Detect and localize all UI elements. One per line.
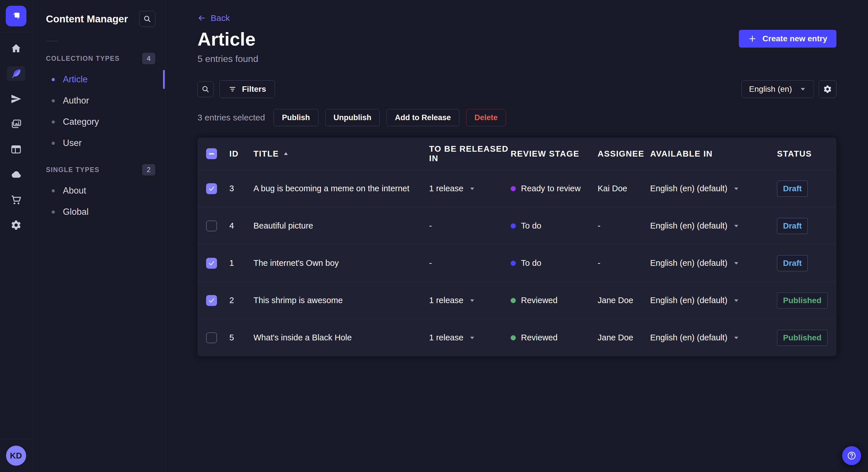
images-icon <box>10 119 22 130</box>
cell-title: The internet's Own boy <box>253 258 429 268</box>
sidebar-item-label: About <box>63 186 86 196</box>
column-label: REVIEW STAGE <box>510 149 579 159</box>
chevron-down-icon <box>733 186 739 192</box>
cell-assignee: - <box>598 258 650 268</box>
table-row[interactable]: 5 What's inside a Black Hole 1 release R… <box>197 319 836 356</box>
cell-locale[interactable]: English (en) (default) <box>650 221 777 231</box>
bulk-actions: PublishUnpublishAdd to ReleaseDelete <box>274 109 506 126</box>
cell-status: Published <box>777 330 836 346</box>
bullet-icon <box>52 99 55 102</box>
row-checkbox[interactable] <box>206 183 217 194</box>
cell-release[interactable]: 1 release <box>429 296 510 305</box>
cell-release[interactable]: - <box>429 258 510 268</box>
row-checkbox[interactable] <box>206 258 217 269</box>
unpublish-button[interactable]: Unpublish <box>325 109 380 126</box>
locale-select[interactable]: English (en) <box>741 80 814 98</box>
column-label: TITLE <box>253 149 279 159</box>
column-header-assignee[interactable]: ASSIGNEE <box>598 149 650 159</box>
sidebar: Content Manager COLLECTION TYPES 4 Artic… <box>32 0 166 472</box>
column-header-available-in[interactable]: AVAILABLE IN <box>650 149 777 159</box>
create-new-entry-button[interactable]: Create new entry <box>739 30 836 47</box>
cell-locale[interactable]: English (en) (default) <box>650 184 777 193</box>
select-all-checkbox[interactable] <box>206 148 217 159</box>
single-types-count: 2 <box>142 164 155 175</box>
row-checkbox[interactable] <box>206 332 217 343</box>
rail-item-media-library[interactable] <box>7 117 25 132</box>
cell-locale[interactable]: English (en) (default) <box>650 296 777 305</box>
chevron-down-icon <box>469 297 475 304</box>
sidebar-item-category[interactable]: Category <box>46 111 155 133</box>
chevron-down-icon <box>733 335 739 341</box>
collection-types-count: 4 <box>142 53 155 64</box>
table-row[interactable]: 4 Beautiful picture - To do - English (e… <box>197 207 836 244</box>
check-icon <box>208 260 215 267</box>
page-title: Article <box>197 30 255 48</box>
cell-id: 3 <box>229 184 253 193</box>
back-link[interactable]: Back <box>197 13 230 23</box>
table-row[interactable]: 1 The internet's Own boy - To do - Engli… <box>197 244 836 281</box>
cell-locale[interactable]: English (en) (default) <box>650 258 777 268</box>
search-entries-button[interactable] <box>197 81 214 97</box>
column-header-review-stage[interactable]: REVIEW STAGE <box>510 149 598 159</box>
search-icon <box>201 85 210 94</box>
column-label: AVAILABLE IN <box>650 149 713 159</box>
cell-release[interactable]: - <box>429 221 510 231</box>
chevron-down-icon <box>469 335 475 341</box>
bullet-icon <box>52 142 55 145</box>
sidebar-title: Content Manager <box>46 13 128 25</box>
table-body: 3 A bug is becoming a meme on the intern… <box>197 170 836 356</box>
strapi-logo[interactable] <box>6 6 26 26</box>
column-label: STATUS <box>777 149 812 159</box>
main-content: Back Article Create new entry 5 entries … <box>166 0 868 472</box>
row-checkbox[interactable] <box>206 295 217 306</box>
cell-review-stage: Ready to review <box>510 184 598 193</box>
sidebar-divider <box>46 41 59 41</box>
publish-button[interactable]: Publish <box>274 109 318 126</box>
filter-icon <box>228 85 237 94</box>
rail-item-marketplace[interactable] <box>7 193 25 207</box>
avatar[interactable]: KD <box>6 446 26 466</box>
icon-rail: KD <box>0 0 32 472</box>
paper-plane-icon <box>10 93 22 105</box>
delete-button[interactable]: Delete <box>466 109 506 126</box>
sidebar-item-label: Author <box>63 96 89 106</box>
cell-title: What's inside a Black Hole <box>253 333 429 342</box>
bullet-icon <box>52 78 55 81</box>
cell-review-stage: Reviewed <box>510 333 598 342</box>
column-header-to-be-released-in[interactable]: TO BE RELEASED IN <box>429 144 510 163</box>
cell-locale[interactable]: English (en) (default) <box>650 333 777 342</box>
rail-item-content-type-builder[interactable] <box>7 142 25 157</box>
sidebar-item-about[interactable]: About <box>46 180 155 201</box>
rail-item-content-manager[interactable] <box>7 66 25 81</box>
cell-status: Draft <box>777 255 836 271</box>
rail-item-settings[interactable] <box>7 217 25 233</box>
table-row[interactable]: 3 A bug is becoming a meme on the intern… <box>197 170 836 207</box>
cell-title: This shrimp is awesome <box>253 296 429 305</box>
sidebar-item-user[interactable]: User <box>46 133 155 154</box>
table-row[interactable]: 2 This shrimp is awesome 1 release Revie… <box>197 281 836 319</box>
add-to-release-button[interactable]: Add to Release <box>386 109 459 126</box>
rail-item-deploy[interactable] <box>7 167 25 182</box>
rail-item-releases[interactable] <box>7 92 25 106</box>
column-header-title[interactable]: TITLE <box>253 149 429 159</box>
question-icon <box>846 450 857 461</box>
help-button[interactable] <box>842 446 861 465</box>
cell-release[interactable]: 1 release <box>429 184 510 193</box>
cell-assignee: - <box>598 221 650 231</box>
cell-id: 2 <box>229 296 253 305</box>
sidebar-search-button[interactable] <box>139 11 155 27</box>
stage-dot-icon <box>510 186 516 191</box>
rail-item-home[interactable] <box>7 41 25 56</box>
column-header-status[interactable]: STATUS <box>777 149 836 159</box>
home-icon <box>10 43 22 54</box>
sidebar-item-global[interactable]: Global <box>46 201 155 223</box>
cell-release[interactable]: 1 release <box>429 333 510 342</box>
row-checkbox[interactable] <box>206 221 217 231</box>
cell-id: 1 <box>229 258 253 268</box>
view-settings-button[interactable] <box>818 80 836 98</box>
column-header-id[interactable]: ID <box>229 149 253 159</box>
sidebar-item-author[interactable]: Author <box>46 90 155 111</box>
sidebar-item-article[interactable]: Article <box>46 69 155 90</box>
filters-button[interactable]: Filters <box>219 80 275 98</box>
status-badge: Draft <box>777 255 808 271</box>
